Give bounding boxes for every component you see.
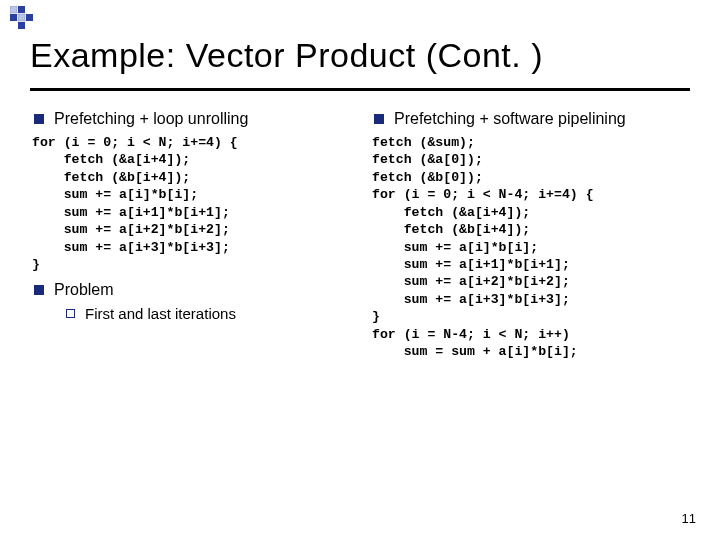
square-bullet-icon	[34, 114, 44, 124]
svg-rect-3	[18, 14, 25, 21]
sub-bullet-item: First and last iterations	[66, 305, 350, 322]
square-bullet-icon	[374, 114, 384, 124]
bullet-item: Prefetching + software pipelining	[370, 110, 690, 128]
svg-rect-2	[10, 14, 17, 21]
sub-bullet-text: First and last iterations	[85, 305, 236, 322]
svg-rect-0	[10, 6, 17, 13]
svg-rect-1	[18, 6, 25, 13]
page-number: 11	[682, 511, 696, 526]
slide-title: Example: Vector Product (Cont. )	[30, 36, 543, 75]
svg-rect-4	[26, 14, 33, 21]
bullet-text: Problem	[54, 281, 114, 299]
bullet-item: Problem	[30, 281, 350, 299]
open-square-bullet-icon	[66, 309, 75, 318]
bullet-item: Prefetching + loop unrolling	[30, 110, 350, 128]
bullet-text: Prefetching + loop unrolling	[54, 110, 248, 128]
title-underline	[30, 88, 690, 91]
code-block-left: for (i = 0; i < N; i+=4) { fetch (&a[i+4…	[32, 134, 350, 273]
svg-rect-5	[18, 22, 25, 29]
content-columns: Prefetching + loop unrolling for (i = 0;…	[30, 110, 690, 368]
slide-logo	[10, 6, 40, 30]
bullet-text: Prefetching + software pipelining	[394, 110, 626, 128]
left-column: Prefetching + loop unrolling for (i = 0;…	[30, 110, 350, 368]
right-column: Prefetching + software pipelining fetch …	[370, 110, 690, 368]
square-bullet-icon	[34, 285, 44, 295]
code-block-right: fetch (&sum); fetch (&a[0]); fetch (&b[0…	[372, 134, 690, 360]
